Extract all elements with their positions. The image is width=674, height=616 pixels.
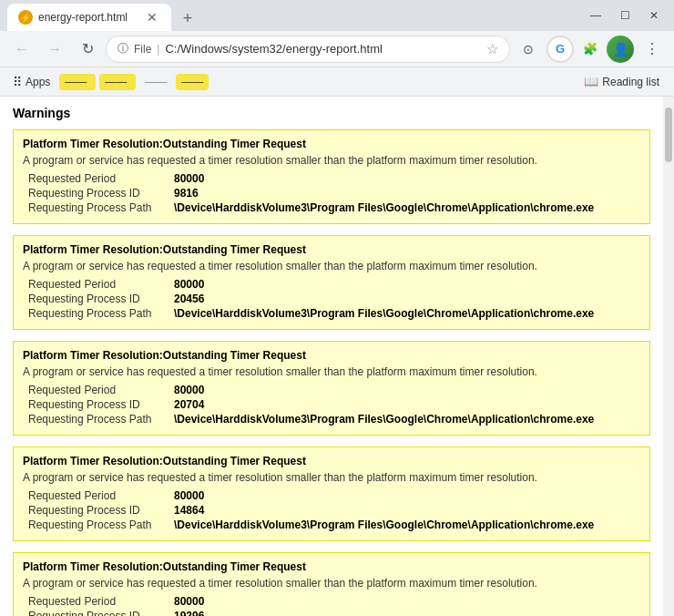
apps-label: Apps (26, 76, 50, 88)
warning-row-2-0: Requested Period80000 (23, 384, 640, 396)
warning-label-3-0: Requested Period (28, 489, 174, 502)
address-separator: | (157, 43, 159, 56)
warning-row-0-1: Requesting Process ID9816 (23, 187, 640, 200)
warning-label-3-2: Requesting Process Path (28, 518, 174, 531)
apps-button[interactable]: ⠿ Apps (7, 73, 56, 91)
warning-value-4-1: 19296 (174, 610, 204, 616)
bookmark-item-2[interactable]: —— (99, 74, 136, 90)
warning-row-2-2: Requesting Process Path\Device\HarddiskV… (23, 413, 640, 426)
warning-block-4: Platform Timer Resolution:Outstanding Ti… (13, 552, 650, 616)
reading-list-label: Reading list (602, 76, 659, 88)
tab-favicon-icon (18, 10, 33, 25)
warning-label-1-0: Requested Period (28, 278, 174, 291)
active-tab[interactable]: energy-report.html ✕ (7, 4, 171, 31)
warning-block-1: Platform Timer Resolution:Outstanding Ti… (13, 235, 650, 330)
warning-label-4-0: Requested Period (28, 595, 174, 608)
warning-value-2-1: 20704 (174, 398, 204, 411)
menu-button[interactable]: ⋮ (638, 35, 667, 64)
warning-block-2: Platform Timer Resolution:Outstanding Ti… (13, 341, 650, 436)
warning-desc-2: A program or service has requested a tim… (23, 365, 640, 378)
warning-label-2-0: Requested Period (28, 384, 174, 396)
warning-label-2-1: Requesting Process ID (28, 398, 174, 411)
bookmarks-bar: ⠿ Apps —— —— —— —— 📖 Reading list (0, 67, 674, 97)
google-account-icon[interactable]: G (546, 36, 574, 63)
warning-title-4: Platform Timer Resolution:Outstanding Ti… (23, 560, 640, 573)
warning-value-1-1: 20456 (174, 293, 204, 305)
warning-value-1-0: 80000 (174, 278, 204, 291)
warning-row-4-0: Requested Period80000 (23, 595, 640, 608)
extensions-icon[interactable]: 🧩 (577, 36, 603, 62)
bookmark-star-icon[interactable]: ☆ (486, 41, 498, 57)
scrollbar-track[interactable] (665, 98, 672, 614)
warning-desc-0: A program or service has requested a tim… (23, 154, 640, 167)
warning-value-1-2: \Device\HarddiskVolume3\Program Files\Go… (174, 307, 594, 320)
warning-row-0-0: Requested Period80000 (23, 172, 640, 185)
bookmark-item-3[interactable]: —— (139, 74, 172, 90)
bookmark-item-1[interactable]: —— (59, 74, 96, 90)
address-info-icon[interactable]: ⓘ (117, 41, 128, 56)
reading-list-button[interactable]: 📖 Reading list (577, 73, 667, 90)
warning-row-2-1: Requesting Process ID20704 (23, 398, 640, 411)
window-controls: — ☐ ✕ (583, 3, 667, 28)
scrollbar[interactable] (663, 97, 674, 616)
reading-list-icon: 📖 (584, 75, 598, 88)
file-label: File (134, 43, 151, 56)
warning-label-3-1: Requesting Process ID (28, 504, 174, 517)
warning-row-4-1: Requesting Process ID19296 (23, 610, 640, 616)
warning-row-1-2: Requesting Process Path\Device\HarddiskV… (23, 307, 640, 320)
warning-row-3-0: Requested Period80000 (23, 489, 640, 502)
warning-label-2-2: Requesting Process Path (28, 413, 174, 426)
tab-close-button[interactable]: ✕ (144, 9, 160, 26)
warning-value-0-2: \Device\HarddiskVolume3\Program Files\Go… (174, 201, 594, 214)
warning-value-4-0: 80000 (174, 595, 204, 608)
refresh-button[interactable]: ↻ (73, 35, 102, 64)
warning-label-0-2: Requesting Process Path (28, 201, 174, 214)
new-tab-button[interactable]: + (175, 5, 200, 31)
profile-avatar[interactable]: 👤 (607, 36, 634, 63)
back-button[interactable]: ← (7, 35, 36, 64)
warning-value-0-1: 9816 (174, 187, 199, 200)
warning-desc-3: A program or service has requested a tim… (23, 471, 640, 484)
warning-desc-4: A program or service has requested a tim… (23, 577, 640, 590)
warning-desc-1: A program or service has requested a tim… (23, 260, 640, 272)
page-content: Warnings Platform Timer Resolution:Outst… (0, 97, 663, 616)
address-bar[interactable]: ⓘ File | C:/Windows/system32/energy-repo… (106, 36, 510, 63)
scrollbar-thumb[interactable] (665, 108, 672, 162)
warning-label-0-1: Requesting Process ID (28, 187, 174, 200)
tab-bar: energy-report.html ✕ + (7, 0, 576, 31)
warning-row-1-0: Requested Period80000 (23, 278, 640, 291)
warning-label-1-2: Requesting Process Path (28, 307, 174, 320)
title-bar: energy-report.html ✕ + — ☐ ✕ (0, 0, 674, 31)
warning-label-0-0: Requested Period (28, 172, 174, 185)
warning-value-2-0: 80000 (174, 384, 204, 396)
content-area: Warnings Platform Timer Resolution:Outst… (0, 97, 674, 616)
warning-block-3: Platform Timer Resolution:Outstanding Ti… (13, 447, 650, 541)
warning-label-4-1: Requesting Process ID (28, 610, 174, 616)
browser-frame: energy-report.html ✕ + — ☐ ✕ ← → ↻ ⓘ Fil… (0, 0, 674, 616)
warning-title-3: Platform Timer Resolution:Outstanding Ti… (23, 455, 640, 467)
warning-label-1-1: Requesting Process ID (28, 293, 174, 305)
address-text: C:/Windows/system32/energy-report.html (165, 42, 481, 56)
warning-value-2-2: \Device\HarddiskVolume3\Program Files\Go… (174, 413, 594, 426)
warning-row-1-1: Requesting Process ID20456 (23, 293, 640, 305)
warning-value-3-2: \Device\HarddiskVolume3\Program Files\Go… (174, 518, 594, 531)
close-button[interactable]: ✕ (641, 3, 667, 28)
warning-row-0-2: Requesting Process Path\Device\HarddiskV… (23, 201, 640, 214)
maximize-button[interactable]: ☐ (612, 3, 638, 28)
warning-row-3-2: Requesting Process Path\Device\HarddiskV… (23, 518, 640, 531)
warning-block-0: Platform Timer Resolution:Outstanding Ti… (13, 129, 650, 224)
cast-button[interactable]: ⊙ (514, 35, 543, 64)
minimize-button[interactable]: — (583, 3, 608, 28)
warning-value-0-0: 80000 (174, 172, 204, 185)
warning-title-1: Platform Timer Resolution:Outstanding Ti… (23, 243, 640, 256)
warning-row-3-1: Requesting Process ID14864 (23, 504, 640, 517)
warning-value-3-1: 14864 (174, 504, 204, 517)
bookmark-item-4[interactable]: —— (176, 74, 209, 90)
apps-grid-icon: ⠿ (13, 75, 22, 89)
warning-value-3-0: 80000 (174, 489, 204, 502)
forward-button[interactable]: → (40, 35, 69, 64)
warnings-title: Warnings (13, 106, 650, 120)
tab-title: energy-report.html (38, 11, 138, 24)
profile-area: ⊙ G 🧩 👤 ⋮ (514, 35, 667, 64)
warning-title-0: Platform Timer Resolution:Outstanding Ti… (23, 138, 640, 150)
